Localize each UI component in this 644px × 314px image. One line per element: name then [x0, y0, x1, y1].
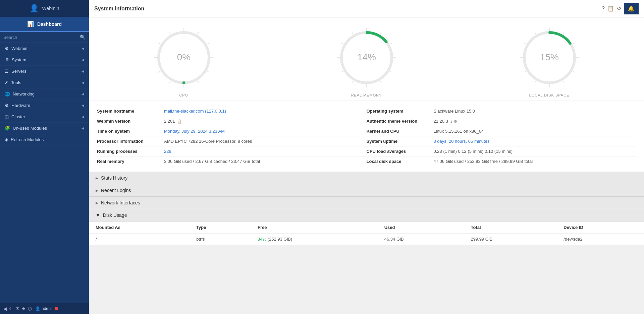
svg-line-32 [573, 43, 575, 44]
theme-value: 21.20.3 ℹ ⚙ [434, 119, 458, 124]
svg-line-38 [524, 71, 526, 72]
disk-table-row: / btrfs 84% (252.93 GiB) 46.34 GiB 299.9… [89, 234, 644, 245]
svg-line-4 [207, 71, 209, 72]
os-key: Operating system [367, 109, 434, 114]
sidebar-item-webmin[interactable]: ⚙Webmin ◀ [0, 43, 89, 54]
svg-line-10 [158, 43, 160, 44]
chevron-right-icon: ◀ [82, 115, 84, 119]
col-total: Total [464, 222, 557, 234]
disk-usage-table: Mounted As Type Free Used Total Device I… [89, 222, 644, 245]
os-value: Slackware Linux 15.0 [434, 109, 475, 114]
chevron-right-icon: ◀ [82, 69, 84, 73]
page-title: System Information [94, 6, 144, 12]
sidebar-item-servers[interactable]: ☰Servers ◀ [0, 66, 89, 77]
tools-nav-icon: ✗ [5, 80, 8, 85]
search-input[interactable] [3, 35, 80, 40]
admin-user-icon: 👤 [35, 306, 40, 311]
unused-modules-nav-icon: 🧩 [5, 126, 10, 131]
stats-history-label: Stats History [101, 175, 127, 181]
disk-usage-header[interactable]: ▼ Disk Usage [89, 209, 644, 222]
info-row-webmin-version: Webmin version 2.201 📋 [97, 116, 367, 126]
svg-line-17 [390, 43, 392, 44]
cpu-gauge: 0% CPU [101, 24, 266, 97]
info-row-uptime: System uptime 3 days, 20 hours, 05 minut… [367, 136, 636, 146]
info-row-running-processes: Running processes 229 [97, 146, 367, 156]
recent-logins-section[interactable]: ▶ Recent Logins [89, 184, 644, 197]
real-memory-key: Real memory [97, 159, 164, 164]
recent-logins-label: Recent Logins [101, 188, 131, 193]
info-row-cpu-load: CPU load averages 0.23 (1 min) 0.12 (5 m… [367, 146, 636, 156]
hostname-value[interactable]: mail.the-slacker.com (127.0.0.1) [164, 109, 226, 114]
kernel-value: Linux 5.15.161 on x86_64 [434, 129, 484, 134]
sidebar-item-refresh-modules[interactable]: ◈Refresh Modules [0, 134, 89, 145]
memory-gauge: 14% REAL MEMORY [284, 24, 449, 97]
refresh-icon[interactable]: ↺ [617, 5, 621, 12]
sidebar-item-networking[interactable]: 🌐Networking ◀ [0, 88, 89, 100]
favorites-icon[interactable]: ★ [21, 306, 26, 311]
svg-line-1 [197, 32, 199, 35]
sidebar-toggle-icon[interactable]: ◀ [3, 306, 7, 311]
sidebar-item-hardware[interactable]: ⚙Hardware ◀ [0, 100, 89, 111]
sidebar: 👤 Webmin 📊 Dashboard 🔍 ⚙Webmin ◀ 🖥System… [0, 0, 89, 314]
chevron-right-icon: ◀ [82, 104, 84, 107]
disk-usage-section: ▼ Disk Usage Mounted As Type Free Used T… [89, 209, 644, 245]
time-value[interactable]: Monday, July 29, 2024 3:23 AM [164, 129, 225, 134]
night-mode-icon[interactable]: ☾ [9, 306, 13, 311]
svg-line-35 [563, 81, 564, 83]
svg-line-23 [341, 71, 343, 72]
chevron-right-icon: ◀ [82, 58, 84, 62]
svg-line-20 [380, 81, 381, 83]
svg-line-22 [352, 81, 353, 83]
info-row-os: Operating system Slackware Linux 15.0 [367, 106, 636, 116]
info-theme-icon[interactable]: ℹ [450, 119, 452, 123]
mail-icon[interactable]: ✉ [15, 306, 19, 311]
settings-theme-icon[interactable]: ⚙ [454, 119, 457, 123]
col-mounted-as: Mounted As [89, 222, 190, 234]
svg-line-16 [380, 32, 381, 35]
notification-dot [55, 307, 58, 310]
col-type: Type [190, 222, 251, 234]
webmin-version-key: Webmin version [97, 119, 164, 124]
dashboard-tab[interactable]: 📊 Dashboard [0, 17, 89, 32]
svg-text:0%: 0% [177, 52, 190, 62]
bookmarks-icon[interactable]: ⬡ [28, 306, 32, 311]
admin-user-badge[interactable]: 👤 admin [35, 306, 53, 311]
svg-text:15%: 15% [540, 52, 558, 62]
info-left-column: System hostname mail.the-slacker.com (12… [97, 106, 367, 166]
stats-history-section[interactable]: ▶ Stats History [89, 172, 644, 184]
sidebar-item-tools[interactable]: ✗Tools ◀ [0, 77, 89, 88]
disk-mounted: / [89, 234, 190, 245]
disk-gauge: 15% LOCAL DISK SPACE [467, 24, 632, 97]
webmin-nav-icon: ⚙ [5, 46, 9, 51]
system-info-section: System hostname mail.the-slacker.com (12… [89, 101, 644, 172]
info-row-local-disk: Local disk space 47.06 GiB used / 252.93… [367, 156, 636, 166]
svg-line-25 [341, 43, 343, 44]
processor-value: AMD EPYC 7282 16-Core Processor, 8 cores [164, 139, 252, 144]
networking-nav-icon: 🌐 [5, 91, 10, 97]
copy-icon[interactable]: 📋 [607, 5, 614, 12]
webmin-version-value: 2.201 📋 [164, 119, 182, 124]
sidebar-item-system[interactable]: 🖥System ◀ [0, 54, 89, 66]
uptime-value[interactable]: 3 days, 20 hours, 05 minutes [434, 139, 490, 144]
running-processes-value[interactable]: 229 [164, 149, 171, 154]
theme-key: Authentic theme version [367, 119, 434, 124]
disk-usage-arrow: ▼ [96, 212, 100, 218]
info-row-real-memory: Real memory 3.06 GiB used / 2.67 GiB cac… [97, 156, 367, 166]
hostname-key: System hostname [97, 109, 164, 114]
help-icon[interactable]: ? [602, 6, 605, 12]
info-row-time: Time on system Monday, July 29, 2024 3:2… [97, 126, 367, 136]
disk-gauge-label: LOCAL DISK SPACE [529, 93, 570, 97]
svg-line-8 [158, 71, 160, 72]
copy-small-icon[interactable]: 📋 [177, 119, 182, 123]
bell-button[interactable]: 🔔 [624, 3, 639, 14]
search-icon[interactable]: 🔍 [80, 35, 86, 40]
col-used: Used [378, 222, 464, 234]
network-interfaces-section[interactable]: ▶ Network Interfaces [89, 197, 644, 209]
info-row-hostname: System hostname mail.the-slacker.com (12… [97, 106, 367, 116]
network-interfaces-arrow: ▶ [96, 201, 98, 205]
webmin-logo-icon: 👤 [30, 4, 39, 13]
sidebar-item-unused-modules[interactable]: 🧩Un-used Modules ◀ [0, 123, 89, 134]
sidebar-item-cluster[interactable]: ◫Cluster ◀ [0, 111, 89, 123]
svg-line-26 [352, 32, 353, 35]
col-free: Free [251, 222, 378, 234]
